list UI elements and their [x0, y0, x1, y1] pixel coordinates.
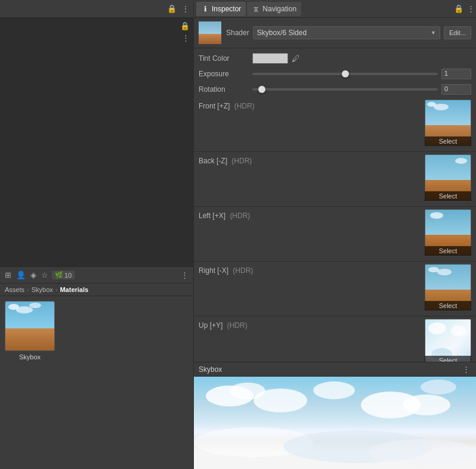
eyedropper-button[interactable]: 🖊	[292, 54, 300, 63]
texture-right-label: Right [-X] (HDR)	[199, 264, 270, 275]
skybox-canvas	[194, 377, 476, 469]
shader-label: Shader	[226, 29, 249, 37]
left-panel-header: 🔒	[0, 3, 194, 15]
texture-up-container: Select	[425, 319, 471, 362]
right-panel-tabs: ℹ Inspector ⧖ Navigation 🔒 ⋮	[194, 2, 476, 16]
select-up-button[interactable]: Select	[425, 356, 471, 362]
skybox-label: Skybox	[199, 365, 222, 374]
badge-icon: 🌿	[55, 271, 63, 279]
left-panel: 🔒 ⋮ ⊞ 👤 ◈ ☆ 🌿 10 ⋮	[0, 18, 194, 469]
rotation-slider[interactable]	[252, 84, 438, 95]
texture-left-label: Left [+X] (HDR)	[199, 209, 270, 220]
texture-left-container: Select	[425, 209, 471, 256]
rotation-label: Rotation	[199, 85, 252, 94]
breadcrumb-assets[interactable]: Assets	[5, 286, 24, 293]
texture-front: Front [+Z] (HDR) Select	[194, 97, 476, 152]
tint-color-row: Tint Color 🖊	[194, 51, 476, 66]
right-dots-button[interactable]: ⋮	[466, 3, 476, 14]
assets-grid: Skybox	[0, 296, 193, 469]
exposure-row: Exposure 1	[194, 66, 476, 82]
inspector-props: Tint Color 🖊 Exposure 1	[194, 48, 476, 362]
assets-dots-button[interactable]: ⋮	[180, 269, 190, 281]
exposure-label: Exposure	[199, 70, 252, 78]
assets-star-button[interactable]: ☆	[40, 269, 50, 281]
edit-button[interactable]: Edit...	[444, 26, 471, 39]
badge-count: 10	[64, 272, 72, 279]
rotation-thumb	[258, 86, 265, 93]
tab-inspector[interactable]: ℹ Inspector	[196, 2, 246, 16]
texture-up-label: Up [+Y] (HDR)	[199, 319, 270, 330]
assets-layout-button[interactable]: ⊞	[4, 269, 13, 281]
inspector-tab-label: Inspector	[212, 5, 241, 13]
rotation-track	[252, 88, 438, 91]
texture-front-label: Front [+Z] (HDR)	[199, 100, 270, 110]
breadcrumb-skybox[interactable]: Skybox	[32, 286, 53, 293]
scene-lock-button[interactable]: 🔒	[179, 20, 191, 32]
breadcrumb-sep2: ›	[55, 286, 58, 293]
texture-left: Left [+X] (HDR) Select	[194, 207, 476, 262]
assets-toolbar-left: ⊞ 👤 ◈ ☆ 🌿 10	[4, 269, 75, 281]
shader-dropdown[interactable]: Skybox/6 Sided ▼	[253, 26, 440, 39]
assets-filter-button[interactable]: 👤	[15, 269, 27, 281]
exposure-thumb	[342, 70, 349, 77]
exposure-slider[interactable]	[252, 69, 438, 79]
tint-color-swatch[interactable]	[252, 53, 288, 64]
right-panel: Shader Skybox/6 Sided ▼ Edit... Tint Col…	[194, 18, 476, 469]
texture-right: Right [-X] (HDR) Select	[194, 262, 476, 316]
dropdown-arrow: ▼	[431, 30, 436, 36]
top-bar: 🔒 ℹ Inspector ⧖ Navigation 🔒 ⋮	[0, 0, 476, 18]
assets-badge: 🌿 10	[52, 271, 75, 279]
select-back-button[interactable]: Select	[425, 191, 471, 201]
material-preview-thumb	[199, 21, 221, 44]
scene-view: 🔒 ⋮	[0, 18, 193, 266]
texture-back-label: Back [-Z] (HDR)	[199, 154, 270, 165]
tint-color-content: 🖊	[252, 53, 471, 64]
navigation-tab-label: Navigation	[262, 5, 296, 13]
inspector-icon: ℹ	[201, 5, 209, 13]
select-front-button[interactable]: Select	[425, 136, 471, 146]
select-right-button[interactable]: Select	[425, 301, 471, 310]
skybox-preview: Skybox ⋮	[194, 362, 476, 469]
assets-panel: ⊞ 👤 ◈ ☆ 🌿 10 ⋮ Assets › Skybox ›	[0, 266, 193, 469]
tint-color-label: Tint Color	[199, 54, 252, 63]
left-lock-button[interactable]: 🔒	[166, 3, 178, 14]
main-content: 🔒 ⋮ ⊞ 👤 ◈ ☆ 🌿 10 ⋮	[0, 18, 476, 469]
rotation-value[interactable]: 0	[441, 84, 471, 95]
material-header: Shader Skybox/6 Sided ▼ Edit...	[194, 18, 476, 48]
skybox-dots-button[interactable]: ⋮	[461, 364, 471, 375]
assets-tag-button[interactable]: ◈	[29, 269, 38, 281]
breadcrumb-materials: Materials	[60, 286, 88, 293]
navigation-icon: ⧖	[252, 5, 260, 13]
breadcrumb-sep1: ›	[27, 286, 29, 293]
texture-up: Up [+Y] (HDR) Select	[194, 316, 476, 362]
exposure-content: 1	[252, 69, 471, 79]
exposure-track	[252, 73, 438, 75]
select-left-button[interactable]: Select	[425, 246, 471, 256]
breadcrumb: Assets › Skybox › Materials	[0, 284, 193, 296]
tab-navigation[interactable]: ⧖ Navigation	[247, 2, 301, 16]
asset-skybox-label: Skybox	[19, 353, 41, 361]
shader-value: Skybox/6 Sided	[257, 29, 307, 37]
asset-skybox[interactable]: Skybox	[5, 301, 55, 361]
rotation-row: Rotation 0	[194, 82, 476, 97]
texture-back-container: Select	[425, 154, 471, 201]
assets-toolbar-right: ⋮	[180, 269, 190, 281]
skybox-header: Skybox ⋮	[194, 362, 476, 377]
scene-dots-button[interactable]: ⋮	[181, 32, 191, 44]
texture-back: Back [-Z] (HDR) Select	[194, 152, 476, 207]
right-lock-button[interactable]: 🔒	[453, 3, 465, 14]
exposure-value[interactable]: 1	[441, 69, 471, 79]
texture-front-container: Select	[425, 100, 471, 146]
asset-skybox-thumb	[5, 301, 55, 351]
left-dots-button[interactable]	[180, 3, 191, 15]
assets-toolbar: ⊞ 👤 ◈ ☆ 🌿 10 ⋮	[0, 267, 193, 284]
texture-right-container: Select	[425, 264, 471, 310]
shader-row: Shader Skybox/6 Sided ▼ Edit...	[226, 26, 471, 39]
rotation-content: 0	[252, 84, 471, 95]
